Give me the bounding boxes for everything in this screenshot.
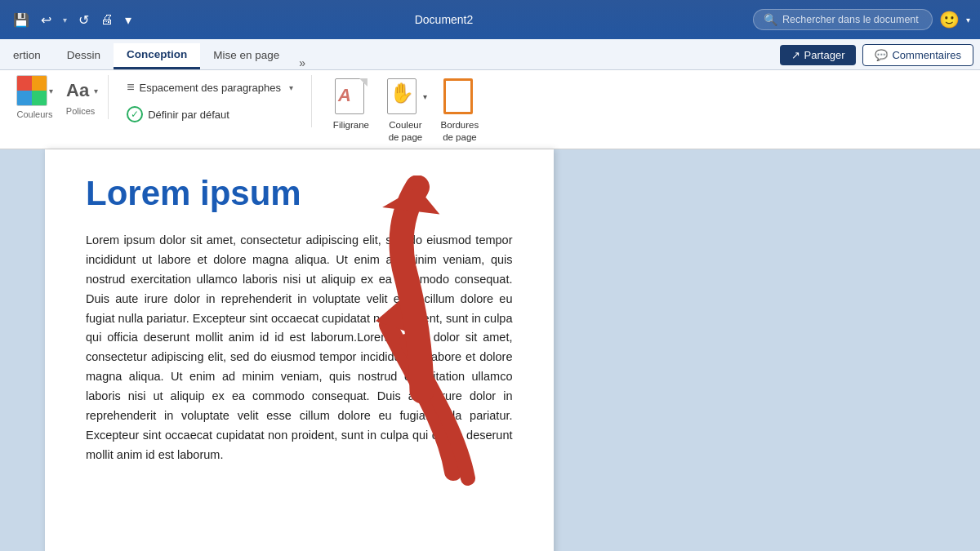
polices-button-group: Aa ▾ Polices xyxy=(63,78,98,116)
polices-dropdown-arrow[interactable]: ▾ xyxy=(94,87,98,96)
search-box[interactable]: 🔍 Rechercher dans le document xyxy=(753,9,933,30)
polices-button[interactable]: Aa xyxy=(63,78,92,103)
bordures-icon xyxy=(440,77,479,116)
redo-icon[interactable]: ↺ xyxy=(75,9,92,31)
ribbon-group-theme: ▾ Couleurs Aa ▾ Polices xyxy=(7,75,109,119)
polices-label: Polices xyxy=(66,106,95,116)
espacement-button[interactable]: ≡ Espacement des paragraphes ▾ xyxy=(122,77,298,98)
colors-button[interactable] xyxy=(16,75,47,106)
color-green xyxy=(32,91,47,105)
bordures-label: Bordures de page xyxy=(441,119,479,144)
couleur-doc-icon: ✋ xyxy=(387,78,420,114)
tab-dessin[interactable]: Dessin xyxy=(54,44,114,69)
share-icon: ↗ xyxy=(791,49,800,61)
document-title: Document2 xyxy=(141,13,746,26)
espacement-dropdown-arrow[interactable]: ▾ xyxy=(289,83,293,92)
tab-conception[interactable]: Conception xyxy=(114,43,200,69)
color-red xyxy=(17,76,32,91)
couleur-page-icon: ✋ xyxy=(384,77,423,116)
colors-dropdown-arrow[interactable]: ▾ xyxy=(49,87,53,96)
bordures-tool[interactable]: Bordures de page xyxy=(434,75,486,145)
ribbon-content: ▾ Couleurs Aa ▾ Polices ≡ Espacement des… xyxy=(0,70,980,149)
more-icon[interactable]: ▾ xyxy=(122,9,135,31)
couleur-with-arrow: ✋ ▾ xyxy=(384,77,427,116)
titlebar-right: 🔍 Rechercher dans le document 🙂 ▾ xyxy=(753,9,970,30)
comment-button[interactable]: 💬 Commentaires xyxy=(862,44,973,66)
hand-icon: ✋ xyxy=(390,82,414,104)
share-label: Partager xyxy=(804,49,845,61)
undo-icon[interactable]: ↩ xyxy=(38,9,55,31)
ribbon-group-spacing: ≡ Espacement des paragraphes ▾ ✓ Définir… xyxy=(109,75,312,127)
titlebar-left: 💾 ↩ ▾ ↺ 🖨 ▾ xyxy=(10,9,135,31)
filigrane-doc-icon: A xyxy=(335,78,368,114)
doc-left-margin xyxy=(0,149,45,551)
doc-body3 xyxy=(443,78,473,114)
tab-mise-en-page[interactable]: Mise en page xyxy=(200,44,292,69)
filigrane-icon: A xyxy=(332,77,371,116)
comment-icon: 💬 xyxy=(875,49,888,61)
undo-dropdown-icon[interactable]: ▾ xyxy=(60,12,70,28)
definir-label: Définir par défaut xyxy=(148,109,229,121)
couleur-page-label: Couleur de page xyxy=(389,119,423,144)
search-placeholder: Rechercher dans le document xyxy=(782,14,919,25)
search-icon: 🔍 xyxy=(764,13,777,26)
font-label: Aa xyxy=(66,80,89,101)
ribbon-group-page: A Filigrane ✋ ▾ Couleur de page xyxy=(312,75,499,145)
colors-label: Couleurs xyxy=(16,109,52,119)
comment-label: Commentaires xyxy=(892,49,961,61)
tab-ertion[interactable]: ertion xyxy=(0,44,54,69)
print-icon[interactable]: 🖨 xyxy=(97,9,117,30)
check-symbol: ✓ xyxy=(131,109,139,120)
document-area: Lorem ipsum Lorem ipsum dolor sit amet, … xyxy=(0,149,980,551)
ribbon-tabs: ertion Dessin Conception Mise en page » … xyxy=(0,39,980,70)
doc-body-text: Lorem ipsum dolor sit amet, consectetur … xyxy=(86,231,513,465)
bordures-doc-icon xyxy=(443,78,476,114)
color-blue xyxy=(17,91,32,105)
ribbon-tabs-actions: ↗ Partager 💬 Commentaires xyxy=(773,41,980,69)
check-circle-icon: ✓ xyxy=(127,106,143,122)
couleur-dropdown-arrow[interactable]: ▾ xyxy=(423,92,427,101)
filigrane-label: Filigrane xyxy=(333,119,369,131)
doc-right-margin xyxy=(554,149,981,551)
definir-button[interactable]: ✓ Définir par défaut xyxy=(122,103,234,126)
espacement-label: Espacement des paragraphes xyxy=(139,82,280,94)
espacement-icon: ≡ xyxy=(127,80,134,95)
color-orange xyxy=(32,76,47,91)
colors-button-group: ▾ Couleurs xyxy=(16,75,53,119)
filigrane-a-letter: A xyxy=(338,85,351,106)
doc-page: Lorem ipsum Lorem ipsum dolor sit amet, … xyxy=(45,149,554,551)
share-button[interactable]: ↗ Partager xyxy=(780,45,857,65)
filigrane-tool[interactable]: A Filigrane xyxy=(325,75,377,133)
couleur-page-tool[interactable]: ✋ ▾ Couleur de page xyxy=(377,75,434,145)
more-tabs-icon[interactable]: » xyxy=(292,56,312,69)
colors-with-dropdown: ▾ xyxy=(16,75,53,106)
smile-icon[interactable]: 🙂 xyxy=(939,10,960,29)
polices-with-dropdown: Aa ▾ xyxy=(63,78,98,103)
save-icon[interactable]: 💾 xyxy=(10,9,33,31)
title-bar: 💾 ↩ ▾ ↺ 🖨 ▾ Document2 🔍 Rechercher dans … xyxy=(0,0,980,39)
smile-dropdown[interactable]: ▾ xyxy=(966,16,970,24)
doc-title: Lorem ipsum xyxy=(86,174,513,213)
